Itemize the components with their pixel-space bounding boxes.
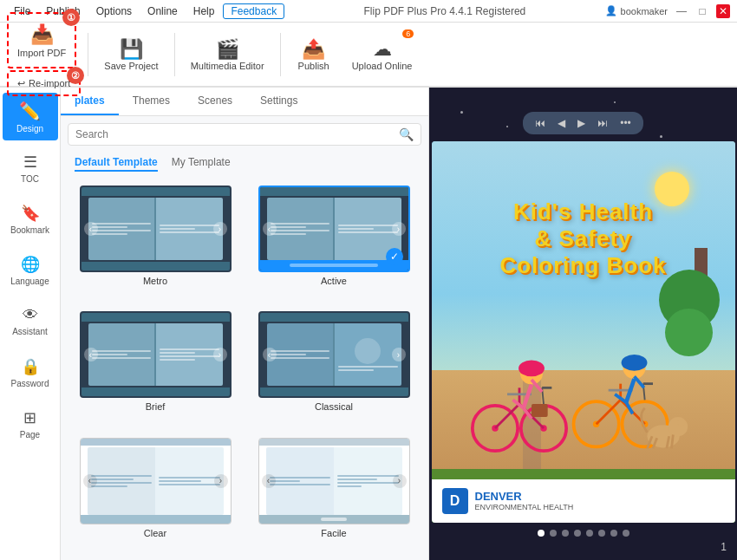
maximize-button[interactable]: □	[695, 4, 709, 18]
template-tabs: Default Template My Template	[61, 153, 428, 179]
title-bar: File Publish Options Online Help Feedbac…	[0, 0, 737, 23]
sidebar-item-assistant[interactable]: 👁 Assistant	[3, 297, 58, 345]
brief-nav-left: ‹	[84, 348, 98, 361]
template-name-active: Active	[321, 276, 347, 286]
page-number: 1	[721, 541, 727, 553]
denver-publisher-name: DENVER	[475, 490, 574, 503]
main-area: ✏️ Design ☰ TOC 🔖 Bookmark 🌐 Language 👁 …	[0, 88, 737, 560]
template-card-metro[interactable]: ‹ › Metro	[71, 186, 239, 301]
menu-options[interactable]: Options	[89, 3, 139, 19]
import-pdf-button[interactable]: 📥 Import PDF ①	[7, 12, 76, 68]
book-title-area: Kid's Health & Safety Coloring Book	[447, 199, 720, 280]
sidebar-item-page[interactable]: ⊞ Page	[3, 400, 58, 447]
sidebar-item-label-bookmark: Bookmark	[10, 225, 49, 235]
menu-feedback[interactable]: Feedback	[223, 3, 284, 19]
kids-bike-illustration	[447, 275, 689, 485]
classical-nav-left: ‹	[263, 348, 277, 361]
reimport-icon: ↩	[17, 78, 25, 89]
tab-settings[interactable]: Settings	[246, 88, 311, 115]
denver-text: DENVER ENVIRONMENTAL HEALTH	[475, 490, 574, 511]
template-name-classical: Classical	[315, 401, 353, 412]
svg-line-32	[635, 376, 644, 387]
close-button[interactable]: ✕	[716, 4, 730, 18]
svg-point-12	[519, 360, 545, 376]
toolbar-sep-1	[88, 33, 88, 76]
toc-icon: ☰	[23, 153, 37, 172]
template-tab-default[interactable]: Default Template	[75, 156, 158, 172]
user-info: 👤 bookmaker	[605, 5, 668, 16]
sidebar-item-password[interactable]: 🔒 Password	[3, 348, 58, 396]
template-name-brief: Brief	[146, 401, 166, 412]
upload-online-button[interactable]: ☁ 6 Upload Online	[343, 26, 421, 82]
sidebar-item-label-toc: TOC	[21, 174, 39, 184]
metro-nav-left: ‹	[84, 222, 98, 236]
multimedia-editor-label: Multimedia Editor	[191, 61, 264, 71]
user-avatar-icon: 👤	[605, 5, 617, 16]
sidebar-item-language[interactable]: 🌐 Language	[3, 246, 58, 294]
menu-help[interactable]: Help	[186, 3, 222, 19]
svg-point-34	[669, 416, 688, 435]
search-input[interactable]	[75, 128, 399, 140]
template-card-facile[interactable]: ‹ › Facile	[250, 438, 418, 553]
language-icon: 🌐	[21, 255, 40, 274]
reimport-button[interactable]: ↩ Re-import ②	[7, 70, 81, 96]
save-project-button[interactable]: 💾 Save Project	[95, 26, 166, 82]
sidebar-item-label-password: Password	[11, 379, 49, 388]
template-preview-metro: ‹ ›	[80, 186, 232, 272]
denver-logo-icon: D	[442, 488, 468, 514]
left-sidebar: ✏️ Design ☰ TOC 🔖 Bookmark 🌐 Language 👁 …	[0, 88, 61, 560]
reimport-label: Re-import	[29, 78, 70, 88]
clear-nav-left: ‹	[83, 474, 97, 488]
denver-logo: D DENVER ENVIRONMENTAL HEALTH	[432, 479, 735, 523]
sidebar-item-bookmark[interactable]: 🔖 Bookmark	[3, 195, 58, 243]
svg-point-28	[622, 355, 648, 371]
upload-badge: 6	[402, 29, 414, 38]
tab-themes[interactable]: Themes	[119, 88, 184, 115]
template-preview-brief: ‹ ›	[80, 311, 232, 398]
publish-button[interactable]: 📤 Publish	[288, 26, 340, 82]
minimize-button[interactable]: —	[675, 4, 688, 18]
template-name-clear: Clear	[144, 528, 166, 538]
password-icon: 🔒	[21, 357, 40, 376]
template-card-clear[interactable]: ‹ › Clear	[71, 438, 239, 553]
template-name-facile: Facile	[321, 528, 346, 538]
clear-nav-right: ›	[214, 474, 228, 488]
sidebar-item-label-language: Language	[10, 277, 49, 286]
upload-online-icon: ☁	[373, 38, 392, 61]
toolbar: 📥 Import PDF ① ↩ Re-import ② 💾 Save Proj…	[0, 23, 737, 88]
tab-scenes[interactable]: Scenes	[184, 88, 246, 115]
svg-rect-10	[532, 404, 548, 417]
template-card-active[interactable]: ✓ ‹ › Active	[250, 186, 418, 301]
upload-online-label: Upload Online	[352, 61, 413, 71]
active-checkmark: ✓	[386, 248, 403, 265]
bookmark-icon: 🔖	[21, 204, 40, 223]
sidebar-item-design[interactable]: ✏️ Design	[3, 93, 58, 140]
template-card-classical[interactable]: ‹ › Classical	[250, 311, 418, 427]
save-project-label: Save Project	[104, 61, 158, 71]
template-card-brief[interactable]: ‹ › Brief	[71, 311, 239, 427]
menu-online[interactable]: Online	[140, 3, 185, 19]
template-name-metro: Metro	[143, 276, 167, 286]
annotation-2: ②	[67, 67, 84, 84]
import-pdf-label: Import PDF	[17, 48, 66, 58]
sidebar-item-label-assistant: Assistant	[12, 327, 48, 336]
sidebar-item-label-page: Page	[20, 430, 40, 440]
book-cover: Kid's Health & Safety Coloring Book	[432, 141, 735, 523]
save-project-icon: 💾	[120, 38, 143, 61]
toolbar-sep-3	[280, 33, 281, 76]
sidebar-item-label-design: Design	[16, 124, 43, 133]
template-tab-my[interactable]: My Template	[172, 156, 231, 172]
search-bar: 🔍	[68, 123, 421, 146]
facile-nav-right: ›	[393, 474, 407, 488]
template-preview-active: ✓ ‹ ›	[258, 186, 410, 272]
search-icon: 🔍	[399, 127, 414, 141]
publish-icon: 📤	[302, 38, 325, 61]
brief-nav-right: ›	[213, 348, 227, 361]
svg-point-35	[677, 419, 685, 425]
multimedia-editor-icon: 🎬	[216, 38, 239, 61]
templates-grid: ‹ › Metro	[61, 179, 428, 560]
app-title: Flip PDF Plus Pro 4.4.1 Registered	[363, 5, 525, 17]
sidebar-item-toc[interactable]: ☰ TOC	[3, 144, 58, 192]
facile-nav-left: ‹	[262, 474, 276, 488]
multimedia-editor-button[interactable]: 🎬 Multimedia Editor	[182, 26, 273, 82]
